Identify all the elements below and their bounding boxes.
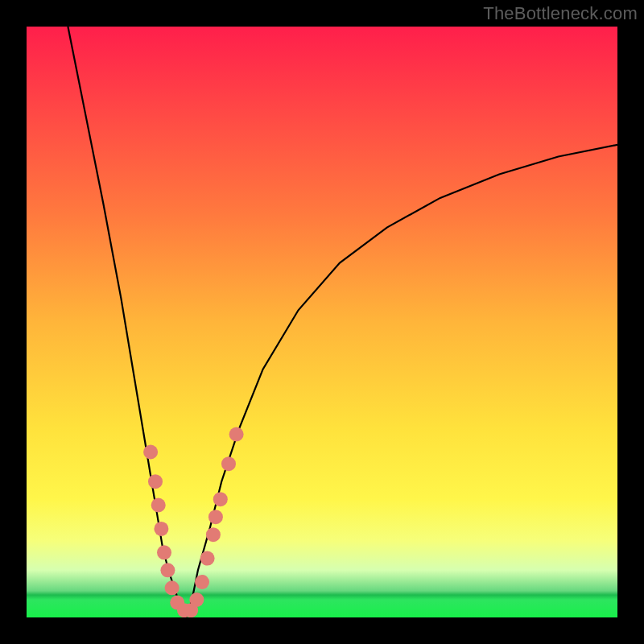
marker-dot (154, 522, 168, 536)
marker-dot (208, 510, 223, 524)
marker-dot (157, 545, 171, 559)
marker-dot (148, 474, 163, 489)
marker-dot (221, 456, 236, 471)
chart-container: TheBottleneck.com (0, 0, 644, 644)
marker-dot (189, 592, 204, 607)
marker-dot (170, 596, 184, 610)
marker-dot (165, 580, 180, 595)
curve-left-curve (68, 27, 186, 617)
marker-dot (206, 527, 221, 542)
marker-dot (229, 427, 244, 442)
marker-dot (160, 563, 175, 577)
plot-area (27, 27, 617, 617)
curve-right-curve (186, 145, 617, 617)
marker-dot (177, 603, 192, 617)
marker-dot (195, 575, 209, 589)
marker-dots (143, 427, 244, 618)
curve-lines (68, 27, 617, 617)
marker-dot (151, 498, 166, 513)
marker-dot (213, 492, 228, 506)
watermark-text: TheBottleneck.com (483, 3, 638, 24)
curves-svg (27, 27, 617, 617)
marker-dot (143, 445, 158, 460)
marker-dot (200, 551, 215, 566)
marker-dot (184, 603, 198, 617)
